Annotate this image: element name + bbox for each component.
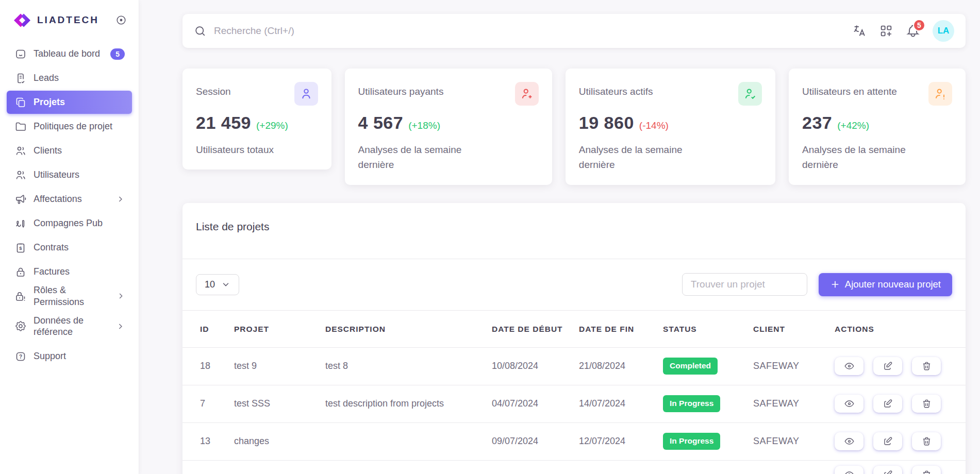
column-header-client: CLIENT [753, 311, 835, 347]
add-project-button[interactable]: Ajouter nouveau projet [819, 273, 952, 296]
stat-value: 19 860 [579, 113, 634, 133]
sidebar-item-label: Contrats [34, 242, 69, 253]
sidebar-item-label: Utilisateurs [34, 169, 79, 181]
sidebar-item-leads[interactable]: Leads [7, 66, 132, 90]
megaphone-icon [14, 193, 27, 206]
sidebar-item-affectations[interactable]: Affectations [7, 188, 132, 211]
add-project-button-label: Ajouter nouveau projet [845, 279, 941, 290]
svg-text:?: ? [19, 353, 22, 359]
sidebar-item-contrats[interactable]: $ Contrats [7, 236, 132, 259]
sidebar-item-support[interactable]: ? Support [7, 345, 132, 368]
edit-icon [883, 398, 893, 409]
sidebar-item-donnees-de-reference[interactable]: Données de référence [7, 309, 132, 344]
cell-id: 7 [182, 385, 234, 422]
cell-status: In Progress [663, 385, 753, 422]
user-icon [294, 82, 318, 106]
find-project-input[interactable] [682, 273, 807, 296]
sidebar-menu: Tableau de bord 5 Leads Projets Politiqu… [7, 42, 132, 368]
stat-subtitle: Analyses de la semaine dernière [358, 142, 488, 173]
cell-project: test SSS [234, 385, 325, 422]
cell-project: changes [234, 422, 325, 460]
eye-icon [844, 436, 855, 447]
global-search[interactable] [194, 25, 852, 38]
leads-icon [14, 72, 27, 84]
top-navbar: 5 LA [182, 14, 966, 48]
edit-button[interactable] [873, 357, 902, 375]
sidebar-item-projets[interactable]: Projets [7, 91, 132, 114]
sidebar-item-roles-permissions[interactable]: Rôles & Permissions [7, 284, 132, 308]
delete-button[interactable] [912, 357, 941, 375]
avatar[interactable]: LA [933, 20, 954, 42]
column-header-id: ID [182, 311, 234, 347]
cell-end-date [579, 460, 663, 474]
brand[interactable]: LIADTECH [7, 0, 132, 40]
column-header-actions: ACTIONS [835, 311, 966, 347]
sidebar-item-utilisateurs[interactable]: Utilisateurs [7, 163, 132, 187]
edit-button[interactable] [873, 466, 902, 474]
sidebar-item-clients[interactable]: Clients [7, 139, 132, 162]
sidebar-item-label: Données de référence [34, 315, 101, 338]
page-size-select[interactable]: 10 [196, 274, 239, 295]
notifications-button[interactable]: 5 [906, 24, 920, 38]
sidebar-item-tableau-de-bord[interactable]: Tableau de bord 5 [7, 42, 132, 65]
user-alert-icon [928, 82, 952, 106]
cell-id [182, 460, 234, 474]
stat-change: (+42%) [837, 120, 869, 131]
cell-client: SAFEWAY [753, 422, 835, 460]
cell-actions [835, 385, 966, 422]
chevron-right-icon [116, 195, 125, 204]
edit-icon [883, 469, 893, 474]
sidebar-item-factures[interactable]: Factures [7, 260, 132, 283]
eye-icon [844, 469, 855, 474]
sidebar-item-compagnes-pub[interactable]: Compagnes Pub [7, 212, 132, 235]
stat-title: Session [196, 82, 231, 97]
stat-card-utilisateurs-payants: Utilisateurs payants 4 567 (+18%) Analys… [345, 69, 552, 185]
sidebar-item-label: Leads [34, 72, 59, 84]
cell-actions [835, 347, 966, 385]
eye-icon [844, 398, 855, 409]
table-row: 7 test SSS test description from project… [182, 385, 966, 422]
sidebar-item-label: Rôles & Permissions [34, 284, 117, 308]
view-button[interactable] [835, 466, 863, 474]
cell-client: SAFEWAY [753, 385, 835, 422]
sidebar-item-label: Affectations [34, 193, 82, 205]
edit-icon [883, 436, 893, 447]
stat-subtitle: Analyses de la semaine dernière [579, 142, 709, 173]
sidebar-item-label: Clients [34, 145, 62, 157]
language-icon[interactable] [852, 24, 867, 38]
cell-start-date: 10/08/2024 [492, 347, 579, 385]
cell-project [234, 460, 325, 474]
sidebar-item-label: Support [34, 350, 66, 362]
stat-card-utilisateurs-actifs: Utilisateurs actifs 19 860 (-14%) Analys… [566, 69, 775, 185]
column-header-projet: PROJET [234, 311, 325, 347]
edit-button[interactable] [873, 432, 902, 450]
stat-card-utilisateurs-en-attente: Utilisateurs en attente 237 (+42%) Analy… [789, 69, 966, 185]
delete-button[interactable] [912, 395, 941, 413]
sidebar-pin-toggle[interactable] [115, 14, 127, 26]
delete-button[interactable] [912, 432, 941, 450]
trash-icon [921, 361, 932, 371]
stat-card-session: Session 21 459 (+29%) Utilisateurs totau… [182, 69, 331, 170]
stat-subtitle: Analyses de la semaine dernière [802, 142, 932, 173]
delete-button[interactable] [912, 466, 941, 474]
lock-icon [14, 266, 27, 278]
projects-icon [14, 96, 27, 109]
projects-list-title: Liste de projets [196, 221, 952, 233]
stat-value: 237 [802, 113, 832, 133]
chevron-right-icon [116, 322, 125, 331]
folder-icon [14, 121, 27, 133]
view-button[interactable] [835, 357, 863, 375]
edit-button[interactable] [873, 395, 902, 413]
sidebar-item-politiques-de-projet[interactable]: Politiques de projet [7, 115, 132, 138]
cell-id: 13 [182, 422, 234, 460]
view-button[interactable] [835, 432, 863, 450]
plus-icon [830, 279, 840, 290]
search-input[interactable] [214, 25, 609, 37]
view-button[interactable] [835, 395, 863, 413]
stat-value: 21 459 [196, 113, 251, 133]
shortcuts-grid-icon[interactable] [879, 24, 893, 38]
stat-subtitle: Utilisateurs totaux [196, 142, 318, 157]
chevron-down-icon [221, 280, 230, 289]
sidebar-item-label: Factures [34, 266, 70, 278]
stat-title: Utilisateurs payants [358, 82, 444, 97]
